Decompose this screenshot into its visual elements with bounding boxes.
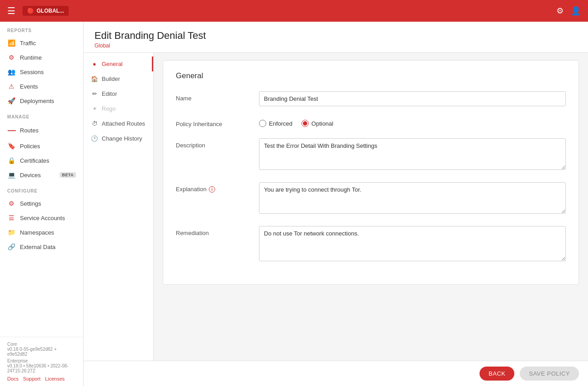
sidebar-item-devices[interactable]: 💻 Devices BETA	[0, 168, 83, 182]
sidebar-item-certificates[interactable]: 🔒 Certificates	[0, 153, 83, 168]
optional-radio[interactable]	[301, 120, 309, 127]
description-label: Description	[176, 138, 248, 149]
sidebar-item-events[interactable]: ⚠ Events	[0, 79, 83, 94]
sidebar-section-reports: REPORTS	[0, 22, 83, 36]
name-label: Name	[176, 91, 248, 102]
sec-nav-editor-label: Editor	[102, 90, 117, 97]
policy-inheritance-radio-group: Enforced Optional	[259, 117, 566, 127]
sidebar-label-traffic: Traffic	[20, 40, 36, 47]
sidebar-label-devices: Devices	[20, 172, 41, 179]
user-icon[interactable]: 👤	[571, 6, 581, 16]
sec-nav-general-label: General	[102, 61, 122, 67]
editor-nav-icon: ✏	[91, 90, 98, 97]
rego-nav-icon: ✦	[91, 105, 98, 112]
sec-nav-change-history[interactable]: 🕐 Change History	[84, 131, 153, 146]
topbar-logo[interactable]: 🔴 GLOBAL...	[23, 6, 69, 16]
topbar: ☰ 🔴 GLOBAL... ⚙ 👤	[0, 0, 588, 22]
logo-icon: 🔴	[27, 8, 34, 14]
sec-nav-rego-label: Rego	[102, 105, 116, 112]
sidebar-label-policies: Policies	[20, 143, 40, 150]
sidebar-item-policies[interactable]: 🔖 Policies	[0, 139, 83, 153]
sidebar-item-deployments[interactable]: 🚀 Deployments	[0, 94, 83, 108]
sidebar-item-sessions[interactable]: 👥 Sessions	[0, 65, 83, 79]
description-textarea[interactable]: Test the Error Detail With Branding Sett…	[259, 138, 566, 170]
core-label: Core	[7, 342, 76, 347]
sidebar-item-service-accounts[interactable]: ☰ Service Accounts	[0, 211, 83, 225]
sidebar-item-external-data[interactable]: 🔗 External Data	[0, 240, 83, 254]
enforced-option[interactable]: Enforced	[259, 120, 292, 127]
change-history-nav-icon: 🕐	[91, 135, 98, 142]
sidebar-label-events: Events	[20, 83, 38, 90]
deployments-icon: 🚀	[7, 97, 15, 104]
remediation-row: Remediation Do not use Tor network conne…	[176, 226, 566, 263]
docs-link[interactable]: Docs	[7, 376, 19, 381]
enforced-label: Enforced	[269, 120, 292, 127]
sidebar-item-settings[interactable]: ⚙ Settings	[0, 196, 83, 211]
form-area: General Name Policy Inheritance	[154, 53, 588, 361]
general-nav-icon: ●	[91, 61, 98, 67]
sessions-icon: 👥	[7, 68, 15, 75]
traffic-icon: 📶	[7, 39, 15, 47]
sidebar: REPORTS 📶 Traffic ⚙ Runtime 👥 Sessions ⚠…	[0, 22, 84, 386]
sidebar-label-certificates: Certificates	[20, 157, 49, 164]
sec-nav-attached-routes[interactable]: ⏱ Attached Routes	[84, 116, 153, 131]
sidebar-label-sessions: Sessions	[20, 69, 44, 75]
name-row: Name	[176, 91, 566, 106]
sec-nav-builder[interactable]: 🏠 Builder	[84, 71, 153, 86]
sidebar-item-runtime[interactable]: ⚙ Runtime	[0, 50, 83, 65]
sec-nav-builder-label: Builder	[102, 75, 120, 82]
sec-nav-editor[interactable]: ✏ Editor	[84, 86, 153, 101]
sec-nav-general[interactable]: ● General	[84, 56, 153, 71]
routes-icon: —	[7, 126, 15, 135]
sidebar-label-service-accounts: Service Accounts	[20, 215, 65, 221]
sidebar-item-routes[interactable]: — Routes	[0, 122, 83, 139]
runtime-icon: ⚙	[7, 54, 15, 61]
beta-badge: BETA	[60, 172, 76, 178]
description-row: Description Test the Error Detail With B…	[176, 138, 566, 171]
hamburger-icon[interactable]: ☰	[7, 5, 15, 16]
sidebar-section-manage: MANAGE	[0, 108, 83, 122]
secondary-nav: ● General 🏠 Builder ✏ Editor ✦ Rego ⏱	[84, 53, 154, 361]
sidebar-item-traffic[interactable]: 📶 Traffic	[0, 36, 83, 50]
sidebar-label-routes: Routes	[20, 127, 38, 134]
page-header: Edit Branding Denial Test Global	[84, 22, 588, 53]
optional-option[interactable]: Optional	[301, 120, 333, 127]
devices-icon: 💻	[7, 171, 15, 179]
form-section-title: General	[176, 71, 566, 80]
sidebar-label-settings: Settings	[20, 200, 41, 207]
enforced-radio[interactable]	[259, 120, 266, 127]
service-accounts-icon: ☰	[7, 214, 15, 221]
bottom-bar: BACK SAVE POLICY	[84, 361, 588, 386]
builder-nav-icon: 🏠	[91, 75, 98, 82]
remediation-label: Remediation	[176, 226, 248, 236]
sidebar-footer: Core v0.18.0-55-ge9e52d82 + e9e52d82 Ent…	[0, 337, 83, 386]
sec-nav-change-history-label: Change History	[102, 135, 142, 142]
explanation-info-icon[interactable]: i	[209, 186, 215, 193]
name-input[interactable]	[259, 91, 566, 106]
logo-text: GLOBAL...	[37, 8, 64, 14]
remediation-textarea[interactable]: Do not use Tor network connections.	[259, 226, 566, 261]
form-card: General Name Policy Inheritance	[163, 60, 579, 285]
sidebar-label-runtime: Runtime	[20, 54, 42, 61]
save-policy-button[interactable]: SAVE POLICY	[520, 367, 579, 381]
back-button[interactable]: BACK	[480, 367, 514, 381]
attached-routes-nav-icon: ⏱	[91, 120, 98, 127]
support-link[interactable]: Support	[23, 376, 41, 381]
explanation-row: Explanation i You are trying to connect …	[176, 182, 566, 215]
namespaces-icon: 📁	[7, 229, 15, 236]
sidebar-label-deployments: Deployments	[20, 98, 54, 104]
settings-nav-icon: ⚙	[7, 200, 15, 207]
sidebar-item-namespaces[interactable]: 📁 Namespaces	[0, 225, 83, 240]
optional-label: Optional	[311, 120, 333, 127]
sec-nav-rego: ✦ Rego	[84, 101, 153, 116]
settings-icon[interactable]: ⚙	[556, 6, 564, 16]
policies-icon: 🔖	[7, 142, 15, 150]
sec-nav-attached-routes-label: Attached Routes	[102, 120, 145, 127]
certificates-icon: 🔒	[7, 157, 15, 164]
page-title: Edit Branding Denial Test	[94, 30, 577, 42]
licenses-link[interactable]: Licenses	[45, 376, 65, 381]
policy-inheritance-label: Policy Inheritance	[176, 117, 248, 127]
sidebar-section-configure: CONFIGURE	[0, 182, 83, 196]
enterprise-version: v0.18.0 • 58e10636 • 2022-08-24T15:26:27…	[7, 363, 76, 373]
explanation-textarea[interactable]: You are trying to connect through Tor.	[259, 182, 566, 214]
